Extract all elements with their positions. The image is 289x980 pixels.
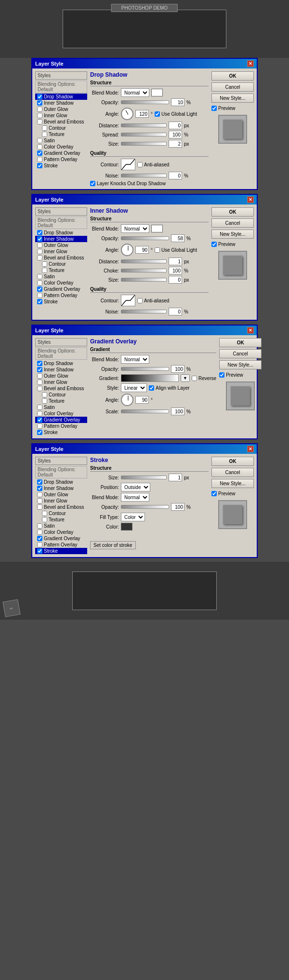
dialog-close-3[interactable]: ✕	[247, 327, 254, 334]
checkbox-stroke-2[interactable]	[37, 299, 42, 304]
sidebar-item-pattern-overlay-2[interactable]: Pattern Overlay	[35, 292, 87, 299]
size-input-1[interactable]: 2	[169, 140, 182, 148]
cancel-button-4[interactable]: Cancel	[211, 468, 254, 477]
sidebar-item-stroke-3[interactable]: Stroke	[35, 429, 87, 436]
distance-slider-2[interactable]	[121, 259, 167, 263]
sidebar-item-stroke-1[interactable]: Stroke	[35, 163, 87, 169]
sidebar-item-stroke-2[interactable]: Stroke	[35, 299, 87, 305]
sidebar-item-contour-3[interactable]: Contour	[35, 392, 87, 398]
preview-check-2[interactable]	[211, 242, 217, 247]
checkbox-contour-3[interactable]	[42, 392, 47, 397]
sidebar-item-bevel-3[interactable]: Bevel and Emboss	[35, 385, 87, 392]
align-layer-check-3[interactable]	[149, 385, 154, 391]
checkbox-color-overlay-4[interactable]	[37, 530, 42, 535]
checkbox-pattern-overlay-2[interactable]	[37, 293, 42, 298]
sidebar-item-drop-shadow-4[interactable]: Drop Shadow	[35, 479, 87, 485]
cancel-button-2[interactable]: Cancel	[211, 218, 254, 228]
noise-input-2[interactable]	[169, 308, 182, 315]
spread-input-1[interactable]: 100	[169, 131, 182, 138]
sidebar-item-drop-shadow-3[interactable]: Drop Shadow	[35, 360, 87, 367]
angle-input-3[interactable]	[135, 396, 149, 404]
reverse-check-3[interactable]	[192, 376, 197, 381]
opacity-input-4[interactable]	[171, 503, 184, 511]
checkbox-inner-glow-4[interactable]	[37, 498, 42, 504]
angle-input-2[interactable]	[135, 246, 149, 254]
checkbox-satin-1[interactable]	[37, 138, 42, 143]
checkbox-texture-3[interactable]	[42, 398, 47, 404]
checkbox-outer-glow-2[interactable]	[37, 243, 42, 248]
new-style-button-3[interactable]: New Style...	[219, 360, 262, 369]
checkbox-inner-shadow-2[interactable]	[37, 236, 42, 242]
checkbox-inner-glow-1[interactable]	[37, 113, 42, 118]
sidebar-item-satin-2[interactable]: Satin	[35, 273, 87, 280]
preview-check-4[interactable]	[211, 491, 217, 496]
checkbox-pattern-overlay-4[interactable]	[37, 542, 42, 547]
checkbox-satin-2[interactable]	[37, 274, 42, 279]
checkbox-stroke-4[interactable]	[37, 548, 42, 554]
noise-slider-1[interactable]	[121, 174, 167, 177]
distance-input-2[interactable]	[169, 258, 182, 265]
size-slider-4[interactable]	[121, 476, 167, 479]
sidebar-item-inner-glow-1[interactable]: Inner Glow	[35, 112, 87, 119]
checkbox-color-overlay-2[interactable]	[37, 280, 42, 286]
checkbox-gradient-overlay-3[interactable]	[37, 417, 42, 422]
checkbox-color-overlay-1[interactable]	[37, 144, 42, 150]
new-style-button-1[interactable]: New Style...	[211, 94, 254, 103]
opacity-slider-3[interactable]	[121, 367, 169, 371]
anti-aliased-check-1[interactable]	[137, 162, 143, 167]
blend-color-box-2[interactable]	[151, 225, 163, 232]
new-style-button-4[interactable]: New Style...	[211, 479, 254, 488]
blending-options-3[interactable]: Blending Options: Default	[35, 347, 87, 360]
sidebar-item-contour-4[interactable]: Contour	[35, 510, 87, 517]
checkbox-inner-glow-3[interactable]	[37, 380, 42, 385]
checkbox-inner-shadow-1[interactable]	[37, 100, 42, 106]
size-input-4[interactable]	[169, 474, 182, 481]
angle-dial-2[interactable]	[121, 244, 133, 256]
ok-button-4[interactable]: OK	[211, 457, 254, 466]
choke-slider-2[interactable]	[121, 269, 167, 272]
sidebar-item-pattern-overlay-1[interactable]: Pattern Overlay	[35, 156, 87, 163]
blend-mode-select-1[interactable]: Normal	[121, 88, 149, 97]
size-slider-1[interactable]	[121, 142, 167, 146]
opacity-slider-2[interactable]	[121, 236, 169, 240]
set-color-button-4[interactable]: Set color of stroke	[90, 541, 136, 549]
noise-input-1[interactable]: 0	[169, 172, 182, 179]
global-light-check-2[interactable]	[155, 247, 160, 253]
checkbox-drop-shadow-4[interactable]	[37, 479, 42, 485]
sidebar-item-color-overlay-3[interactable]: Color Overlay	[35, 410, 87, 417]
ok-button-2[interactable]: OK	[211, 207, 254, 217]
blend-mode-select-4[interactable]: Normal	[121, 493, 149, 502]
sidebar-item-texture-4[interactable]: Texture	[35, 517, 87, 523]
blend-color-box-1[interactable]	[151, 89, 163, 96]
sidebar-item-drop-shadow-1[interactable]: Drop Shadow	[35, 94, 87, 100]
dialog-close-2[interactable]: ✕	[247, 196, 254, 203]
noise-slider-2[interactable]	[121, 310, 167, 313]
checkbox-drop-shadow-2[interactable]	[37, 230, 42, 235]
sidebar-item-satin-3[interactable]: Satin	[35, 404, 87, 410]
sidebar-item-contour-1[interactable]: Contour	[35, 125, 87, 131]
sidebar-item-drop-shadow-2[interactable]: Drop Shadow	[35, 230, 87, 236]
sidebar-item-gradient-overlay-2[interactable]: Gradient Overlay	[35, 286, 87, 292]
sidebar-item-inner-glow-3[interactable]: Inner Glow	[35, 379, 87, 385]
checkbox-gradient-overlay-2[interactable]	[37, 286, 42, 292]
checkbox-bevel-2[interactable]	[37, 255, 42, 260]
sidebar-item-bevel-1[interactable]: Bevel and Emboss	[35, 119, 87, 125]
style-select-3[interactable]: Linear	[121, 383, 147, 392]
ok-button-3[interactable]: OK	[219, 338, 262, 347]
sidebar-item-inner-shadow-4[interactable]: Inner Shadow	[35, 485, 87, 491]
sidebar-item-satin-4[interactable]: Satin	[35, 523, 87, 529]
sidebar-item-outer-glow-4[interactable]: Outer Glow	[35, 491, 87, 498]
checkbox-stroke-3[interactable]	[37, 430, 42, 435]
checkbox-bevel-4[interactable]	[37, 504, 42, 510]
checkbox-pattern-overlay-1[interactable]	[37, 157, 42, 162]
gradient-bar-3[interactable]	[121, 374, 179, 382]
dialog-close-1[interactable]: ✕	[247, 60, 254, 67]
checkbox-outer-glow-3[interactable]	[37, 373, 42, 379]
checkbox-drop-shadow-1[interactable]	[37, 94, 42, 99]
size-slider-2[interactable]	[121, 278, 167, 282]
sidebar-item-gradient-overlay-1[interactable]: Gradient Overlay	[35, 150, 87, 156]
ok-button-1[interactable]: OK	[211, 71, 254, 81]
sidebar-item-texture-3[interactable]: Texture	[35, 398, 87, 404]
opacity-slider-1[interactable]	[121, 100, 169, 104]
checkbox-inner-shadow-4[interactable]	[37, 486, 42, 491]
